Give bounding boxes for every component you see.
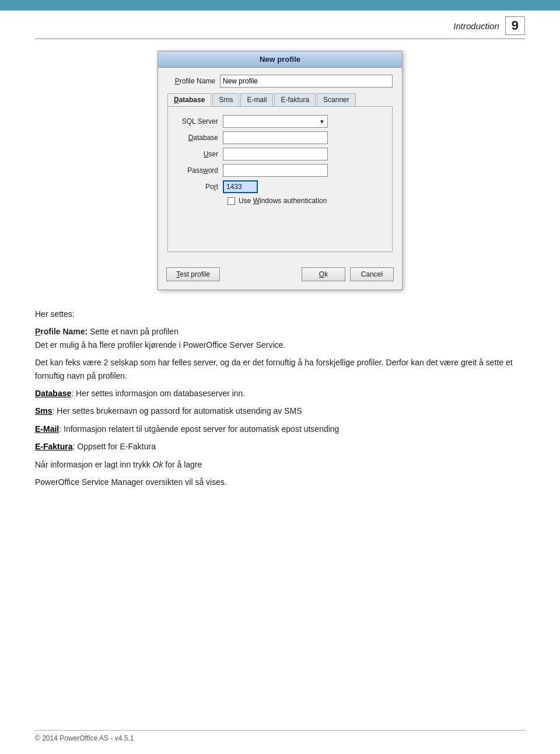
chapter-title: Introduction <box>453 21 499 31</box>
save-instruction: Når informasjon er lagt inn trykk Ok for… <box>35 458 525 471</box>
port-label: Port <box>176 183 223 191</box>
test-profile-button[interactable]: Test profile <box>166 267 220 281</box>
chapter-header: Introduction 9 <box>35 16 525 39</box>
user-label: User <box>176 150 223 158</box>
ok-button[interactable]: Ok <box>302 267 345 281</box>
tab-scanner[interactable]: Scanner <box>317 93 356 106</box>
password-input[interactable] <box>223 164 328 177</box>
email-link-label: E-Mail <box>35 424 59 434</box>
dialog-titlebar: New profile <box>158 51 402 68</box>
manager-view-instruction: PowerOffice Service Manager oversikten v… <box>35 476 525 488</box>
dialog-buttons: Test profile Ok Cancel <box>158 261 402 289</box>
body-text: Her settes: Profile Name: Sette et navn … <box>35 308 525 488</box>
user-input[interactable] <box>223 148 328 160</box>
cancel-button[interactable]: Cancel <box>350 267 394 281</box>
dialog-body: Profile Name Database Sms E-mail E-faktu… <box>158 68 402 261</box>
database-link-label: Database <box>35 389 71 398</box>
profile-name-description: Profile Name: Sette et navn på profilen … <box>35 325 525 351</box>
dropdown-arrow-icon: ▼ <box>319 118 325 125</box>
email-description: E-Mail: Informasjon relatert til utgåend… <box>35 423 525 435</box>
sql-server-dropdown[interactable]: ▼ <box>223 115 328 128</box>
windows-auth-label: Use Windows authentication <box>239 197 327 205</box>
profile-name-row: Profile Name <box>167 75 393 88</box>
password-row: Password <box>176 164 384 177</box>
header-bar <box>0 0 560 11</box>
dialog-title: New profile <box>260 55 300 64</box>
tab-database[interactable]: Database <box>167 93 211 106</box>
database-input[interactable] <box>223 131 328 144</box>
password-label: Password <box>176 166 223 174</box>
windows-auth-row: Use Windows authentication <box>228 197 384 205</box>
intro-text: Her settes: <box>35 308 525 320</box>
sms-link-label: Sms <box>35 406 52 416</box>
windows-auth-checkbox[interactable] <box>228 197 235 205</box>
efaktura-description: E-Faktura: Oppsett for E-Faktura <box>35 440 525 453</box>
tab-email[interactable]: E-mail <box>240 93 273 106</box>
sql-server-label: SQL Server <box>176 117 223 125</box>
tab-sms[interactable]: Sms <box>212 93 239 106</box>
efaktura-link-label: E-Faktura <box>35 442 73 451</box>
profile-name-input[interactable] <box>220 75 393 88</box>
profile-name-bold: Profile Name: <box>35 327 88 336</box>
dialog-screenshot: New profile Profile Name Database Sms E-… <box>35 51 525 290</box>
tab-efaktura[interactable]: E-faktura <box>274 93 316 106</box>
sms-description: Sms: Her settes brukernavn og passord fo… <box>35 404 525 417</box>
new-profile-dialog: New profile Profile Name Database Sms E-… <box>158 51 402 290</box>
page-footer: © 2014 PowerOffice AS - v4.5.1 <box>35 730 525 742</box>
user-row: User <box>176 148 384 160</box>
footer-text: © 2014 PowerOffice AS - v4.5.1 <box>35 734 134 742</box>
profile-name-label: Profile Name <box>167 77 220 85</box>
database-row: Database <box>176 131 384 144</box>
tab-bar: Database Sms E-mail E-faktura Scanner <box>167 93 393 107</box>
tab-panel-database: SQL Server ▼ Database User <box>167 107 393 252</box>
database-description: Database: Her settes informasjon om data… <box>35 387 525 400</box>
database-label: Database <box>176 134 223 142</box>
company-description: Det kan feks være 2 selskap som har fell… <box>35 356 525 382</box>
port-input[interactable] <box>223 180 258 193</box>
chapter-number: 9 <box>505 16 525 35</box>
sql-server-row: SQL Server ▼ <box>176 115 384 128</box>
port-row: Port <box>176 180 384 193</box>
